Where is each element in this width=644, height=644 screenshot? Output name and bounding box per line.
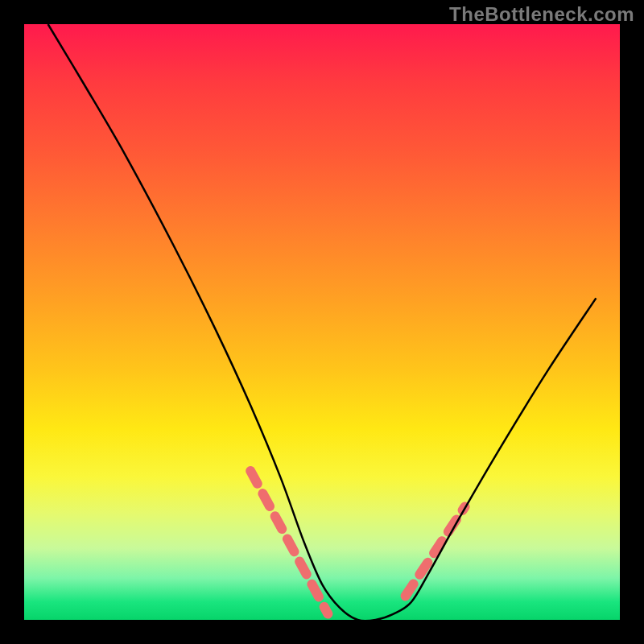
watermark-text: TheBottleneck.com	[449, 3, 634, 26]
highlight-segment	[250, 471, 328, 614]
highlight-segment	[406, 506, 465, 596]
chart-frame: TheBottleneck.com	[0, 0, 644, 644]
plot-area	[24, 24, 620, 620]
highlight-group	[250, 471, 464, 614]
bottleneck-curve-path	[48, 24, 597, 621]
curve-svg	[24, 24, 620, 620]
